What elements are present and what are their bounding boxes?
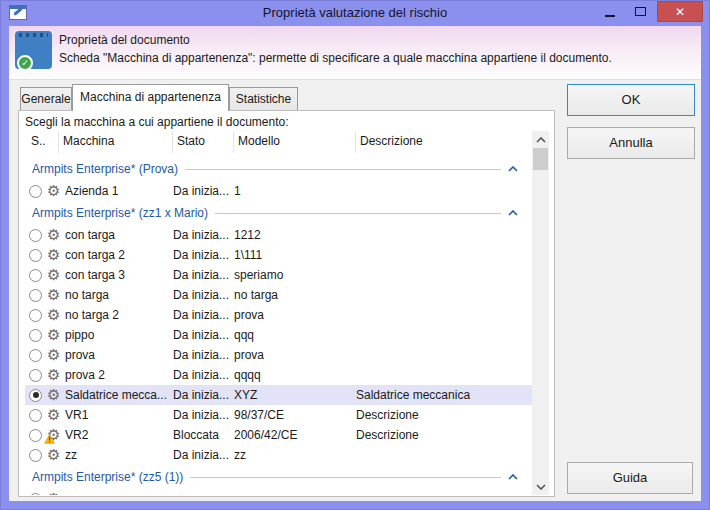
scroll-down-button[interactable] <box>532 478 549 495</box>
check-badge-icon: ✓ <box>17 55 33 71</box>
machine-row[interactable]: ⚙VR2Bloccata2006/42/CEDescrizione <box>25 425 532 445</box>
machine-radio[interactable] <box>29 269 42 282</box>
gear-icon: ⚙ <box>47 286 63 304</box>
machine-row[interactable]: ⚙zzDa inizia...zz <box>25 445 532 465</box>
machine-stato: Da inizia... <box>173 268 234 282</box>
gear-icon: ⚙ <box>47 226 63 244</box>
machine-radio[interactable] <box>29 229 42 242</box>
machine-row[interactable]: ⚙pippoDa inizia...qqq <box>25 325 532 345</box>
machine-radio[interactable] <box>29 249 42 262</box>
help-button[interactable]: Guida <box>567 462 693 494</box>
machine-list: S.. Macchina Stato Modello Descrizione A… <box>25 131 549 495</box>
machine-name: pippo <box>65 328 173 342</box>
machine-stato: Da inizia... <box>173 184 234 198</box>
collapse-chevron-icon[interactable] <box>508 166 518 172</box>
tab-statistiche[interactable]: Statistiche <box>229 87 298 110</box>
collapse-chevron-icon[interactable] <box>508 210 518 216</box>
machine-name: VR2 <box>65 428 173 442</box>
machine-radio[interactable] <box>29 289 42 302</box>
titlebar[interactable]: Proprietà valutazione del rischio ✕ <box>0 0 710 26</box>
group-line <box>190 477 501 478</box>
column-header-s[interactable]: S.. <box>25 131 59 153</box>
machine-stato: Da inizia... <box>173 388 234 402</box>
scroll-up-button[interactable] <box>532 131 549 148</box>
banner-subtitle: Scheda "Macchina di appartenenza": perme… <box>59 51 612 65</box>
machine-stato: Da inizia... <box>173 348 234 362</box>
machine-row[interactable]: ⚙VR1Da inizia...98/37/CEDescrizione <box>25 405 532 425</box>
machine-radio[interactable] <box>29 493 42 496</box>
gear-icon: ⚙ <box>47 346 63 364</box>
scrollbar-thumb[interactable] <box>533 148 548 170</box>
machine-name: zz <box>65 448 173 462</box>
machine-radio[interactable] <box>29 369 42 382</box>
gear-icon: ⚙ <box>47 246 63 264</box>
chevron-down-icon <box>536 484 546 490</box>
gear-icon: ⚙ <box>47 182 63 200</box>
group-header[interactable]: Armpits Enterprise* (zz5 (1)) <box>25 465 532 489</box>
machine-name: prova 2 <box>65 368 173 382</box>
tab-macchina-di-appartenenza[interactable]: Macchina di appartenenza <box>72 84 229 111</box>
machine-row[interactable]: ⚙con targa 3Da inizia...speriamo <box>25 265 532 285</box>
group-header[interactable]: Armpits Enterprise* (zz1 x Mario) <box>25 201 532 225</box>
machine-radio[interactable] <box>29 389 42 402</box>
machine-row[interactable]: ⚙ <box>25 489 532 495</box>
machine-stato: Da inizia... <box>173 228 234 242</box>
tab-page: Scegli la macchina a cui appartiene il d… <box>18 110 555 497</box>
machine-modello: qqq <box>234 328 356 342</box>
machine-row[interactable]: ⚙con targa 2Da inizia...1\111 <box>25 245 532 265</box>
machine-modello: 1 <box>234 184 356 198</box>
gear-icon: ⚙ <box>47 490 63 495</box>
machine-list-body: Armpits Enterprise* (Prova)⚙Azienda 1Da … <box>25 157 532 495</box>
collapse-chevron-icon[interactable] <box>508 474 518 480</box>
group-line <box>215 213 501 214</box>
machine-radio[interactable] <box>29 329 42 342</box>
gear-icon: ⚙ <box>47 446 63 464</box>
machine-row[interactable]: ⚙no targa 2Da inizia...prova <box>25 305 532 325</box>
column-header-macchina[interactable]: Macchina <box>59 131 173 153</box>
machine-row[interactable]: ⚙Saldatrice mecca...Da inizia...XYZSalda… <box>25 385 532 405</box>
machine-stato: Da inizia... <box>173 448 234 462</box>
machine-radio[interactable] <box>29 409 42 422</box>
tab-generale[interactable]: Generale <box>20 87 72 110</box>
column-header-modello[interactable]: Modello <box>234 131 356 153</box>
scrollbar[interactable] <box>532 131 549 495</box>
machine-modello: prova <box>234 348 356 362</box>
machine-row[interactable]: ⚙prova 2Da inizia...qqqq <box>25 365 532 385</box>
machine-radio[interactable] <box>29 185 42 198</box>
cancel-button[interactable]: Annulla <box>567 127 695 159</box>
machine-stato: Bloccata <box>173 428 234 442</box>
gear-icon: ⚙ <box>47 366 63 384</box>
machine-modello: prova <box>234 308 356 322</box>
machine-stato: Da inizia... <box>173 328 234 342</box>
machine-row[interactable]: ⚙no targaDa inizia...no targa <box>25 285 532 305</box>
machine-radio[interactable] <box>29 309 42 322</box>
machine-stato: Da inizia... <box>173 288 234 302</box>
column-header-stato[interactable]: Stato <box>173 131 234 153</box>
warning-icon <box>44 434 55 444</box>
machine-radio[interactable] <box>29 449 42 462</box>
machine-modello: 1212 <box>234 228 356 242</box>
dialog-body: ✓ Proprietà del documento Scheda "Macchi… <box>9 26 701 501</box>
machine-modello: 2006/42/CE <box>234 428 356 442</box>
machine-descrizione: Saldatrice meccanica <box>356 388 532 402</box>
maximize-button[interactable] <box>626 0 654 23</box>
machine-modello: XYZ <box>234 388 356 402</box>
machine-row[interactable]: ⚙provaDa inizia...prova <box>25 345 532 365</box>
machine-name: Saldatrice mecca... <box>65 388 173 402</box>
machine-row[interactable]: ⚙Azienda 1Da inizia...1 <box>25 181 532 201</box>
ok-button[interactable]: OK <box>567 84 695 116</box>
machine-modello: 1\111 <box>234 248 356 262</box>
machine-row[interactable]: ⚙con targaDa inizia...1212 <box>25 225 532 245</box>
machine-modello: 98/37/CE <box>234 408 356 422</box>
close-button[interactable]: ✕ <box>657 1 703 22</box>
machine-radio[interactable] <box>29 429 42 442</box>
maximize-icon <box>635 7 646 16</box>
group-label: Armpits Enterprise* (zz5 (1)) <box>32 470 183 484</box>
column-header-descrizione[interactable]: Descrizione <box>356 131 532 153</box>
machine-radio[interactable] <box>29 349 42 362</box>
machine-modello: qqqq <box>234 368 356 382</box>
close-icon: ✕ <box>675 5 685 19</box>
minimize-button[interactable] <box>596 0 624 23</box>
machine-descrizione: Descrizione <box>356 408 532 422</box>
group-header[interactable]: Armpits Enterprise* (Prova) <box>25 157 532 181</box>
